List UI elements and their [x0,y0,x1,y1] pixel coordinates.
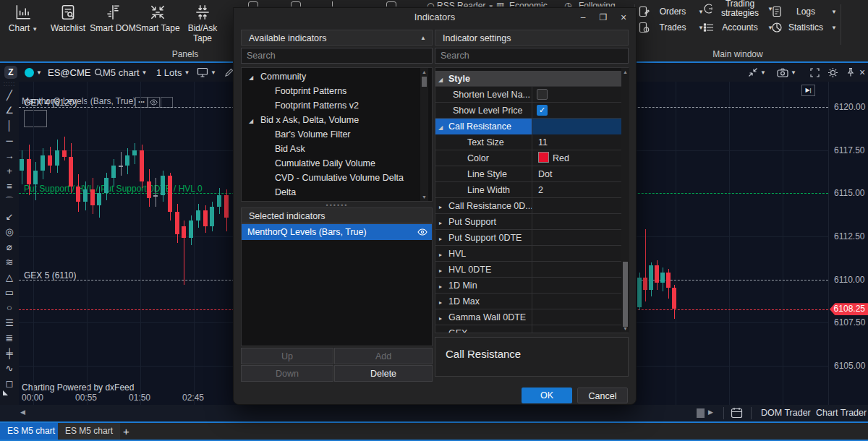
wave-tool[interactable]: ∿ [0,361,19,376]
indicator-tree-item[interactable]: Delta [242,185,432,200]
setting-value-cell[interactable]: Red [532,150,629,166]
setting-row-text-size[interactable]: Text Size11 [435,134,628,150]
eye-icon[interactable] [417,228,427,236]
symbol-selector[interactable]: ES@CME [48,63,103,82]
setting-value-cell[interactable]: Dot [532,166,629,182]
selected-indicator-item[interactable]: MenthorQ Levels (Bars, True) [242,224,433,240]
setting-row-hvl-0dte[interactable]: ▸HVL 0DTE [435,262,628,278]
expanded-arrow-icon[interactable]: ◢ [246,114,256,129]
scroll-up-icon[interactable]: ▲ [420,69,428,74]
chart-trader-button[interactable]: Chart Trader [816,408,867,418]
channel-tool[interactable]: ≋ [0,254,19,270]
collapsed-arrow-icon[interactable]: ▸ [435,263,446,278]
setting-row-1d-min[interactable]: ▸1D Min [435,278,628,294]
setting-row-call-resistance[interactable]: ◢Call Resistance [435,119,628,134]
workspace-tab[interactable]: ES M5 chart [58,423,120,440]
setting-row-put-support-0dte[interactable]: ▸Put Support 0DTE [435,230,628,246]
settings-grid[interactable]: ◢StyleShorten Level Na...Show Level Pric… [435,67,629,333]
horizontal-line-tool[interactable]: ─ [0,133,19,148]
panel-button-smart-dom[interactable]: Smart DOM [90,3,136,34]
settings-button[interactable] [827,63,838,82]
vertical-line-tool[interactable]: │ [0,118,19,133]
setting-row-put-support[interactable]: ▸Put Support [435,214,628,230]
workspace-tab-active[interactable]: ES M5 chart [0,423,62,440]
curve-tool[interactable]: ⌒ [0,194,19,209]
collapsed-arrow-icon[interactable]: ▸ [435,215,446,230]
indicator-tree-item[interactable]: Footprint Patterns v2 [242,98,432,113]
pin-button[interactable] [846,63,855,82]
angle-tool[interactable]: ∠ [0,103,19,118]
close-chart-button[interactable]: × [859,63,865,82]
setting-value-cell[interactable] [532,262,629,278]
triangle-tool[interactable]: △ [0,270,19,285]
available-indicators-list[interactable]: ◢CommunityFootprint PatternsFootprint Pa… [241,67,433,202]
scroll-left-icon[interactable]: ◀ [20,408,25,416]
scrollbar-thumb[interactable] [697,408,705,418]
toolbar-drag-handle[interactable]: ·········· [0,82,19,87]
following-label[interactable]: Following [579,1,616,7]
orders-button[interactable]: Orders ▼ [638,4,704,19]
trend-line-tool[interactable]: ╱ [0,87,19,103]
fullscreen-button[interactable] [810,63,820,82]
economic-label[interactable]: Economic [509,1,548,7]
dom-trader-button[interactable]: DOM Trader [761,408,811,418]
timeframe-selector[interactable]: M5 chart ▼ [103,63,148,82]
indicator-remove-icon[interactable] [161,97,173,108]
scrollbar-thumb[interactable] [623,262,628,327]
setting-value-cell[interactable] [532,119,629,134]
cross-tool[interactable]: + [0,163,19,179]
scroll-down-icon[interactable]: ▼ [621,326,629,331]
ok-button[interactable]: OK [522,388,572,403]
indicator-tree-item[interactable]: Footprint Patterns [242,84,432,98]
down-button[interactable]: Down [241,365,333,382]
spiral-tool[interactable]: ◎ [0,224,19,239]
collapsed-arrow-icon[interactable]: ▸ [435,327,446,333]
setting-row-show-level-price[interactable]: Show Level Price✓ [435,103,628,119]
sessions-button[interactable] [731,407,743,419]
rectangle-tool[interactable]: ▭ [0,285,19,300]
available-list-scrollbar[interactable]: ▲ ▼ [420,68,428,201]
indicator-tree-item[interactable]: Cumulative Daily Volume [242,156,432,171]
cancel-button[interactable]: Cancel [577,388,628,403]
expanded-arrow-icon[interactable]: ◢ [435,120,446,134]
setting-value-cell[interactable] [532,294,629,309]
price-note-tool[interactable]: ☰ [0,315,19,330]
scroll-right-icon[interactable]: ▶ [708,408,713,416]
more-tools-indicator[interactable] [3,390,8,395]
checkbox-unchecked[interactable] [537,89,548,100]
selected-indicators-list[interactable]: MenthorQ Levels (Bars, True) [241,223,433,346]
collapsed-arrow-icon[interactable]: ▸ [435,247,446,262]
indicator-tree-item[interactable]: CVD - Cumulative Volume Delta [242,171,432,185]
setting-value-cell[interactable]: 11 [532,134,629,150]
lots-selector[interactable]: 1 Lots ▼ [156,63,190,82]
expanded-arrow-icon[interactable]: ◢ [435,72,446,87]
scrollbar-thumb[interactable] [422,77,427,87]
add-button[interactable]: Add [334,348,433,364]
measure-tool[interactable]: ⌀ [0,239,19,254]
collapsed-arrow-icon[interactable]: ▸ [435,279,446,294]
parallel-lines-tool[interactable]: ≡ [0,179,19,194]
setting-value-cell[interactable] [532,325,629,333]
panel-button-watchlist[interactable]: Watchlist [45,3,91,34]
arrow-tool[interactable]: → [0,148,19,163]
setting-row-line-style[interactable]: Line StyleDot [435,166,628,182]
setting-value-cell[interactable] [532,309,629,325]
setting-value-cell[interactable] [532,230,629,246]
jump-to-latest-icon[interactable]: ▶| [801,85,815,96]
rss-reader-label[interactable]: RSS Reader ▼ [437,1,494,7]
collapsed-arrow-icon[interactable]: ▸ [435,200,446,214]
app-logo[interactable]: Z [4,63,17,82]
setting-row-1d-max[interactable]: ▸1D Max [435,294,628,309]
setting-row-hvl[interactable]: ▸HVL [435,246,628,262]
setting-row-shorten-level-na-[interactable]: Shorten Level Na... [435,87,628,103]
setting-value-cell[interactable] [532,198,629,214]
pattern-tool[interactable]: ◻ [0,376,19,391]
minimize-icon[interactable]: – [575,11,591,24]
trading-strategies-button[interactable]: Trading strategies ▼ [703,1,773,16]
indicator-options-icon[interactable]: ••• [135,97,148,108]
close-icon[interactable]: × [616,11,631,24]
indicator-tree-item[interactable]: ◢Bid x Ask, Delta, Volume [242,113,432,127]
accounts-button[interactable]: Accounts ▼ [703,20,773,35]
add-workspace-button[interactable]: + [116,423,137,440]
statistics-button[interactable]: Statistics ▼ [771,20,837,35]
